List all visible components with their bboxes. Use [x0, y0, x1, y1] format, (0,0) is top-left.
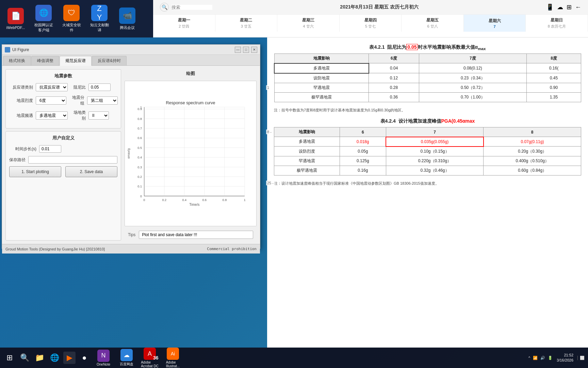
tips-bar: Tips	[125, 229, 257, 241]
doc-table1-header-0: 地震影响	[274, 53, 369, 63]
hx-security-icon: 🛡	[63, 5, 80, 21]
num-indicator-25: 25 -	[266, 181, 275, 185]
cal-day-tue[interactable]: 星期二 3 廿五	[215, 15, 278, 32]
ui-figure-window: UI Figure — □ ✕ 格式转换 峰值调整 规范反应谱 反应谱&持时 地…	[2, 44, 260, 249]
desktop-icon-iwebpdf[interactable]: 📄 iWebPDF...	[3, 6, 28, 31]
taskbar-baiduyun[interactable]: ☁ 百度网盘	[116, 348, 137, 368]
plot-area: Response spectrum curve	[125, 81, 257, 226]
cloud-icon[interactable]: ☁	[557, 3, 563, 11]
status-left: Groud Motion Tools (Designed by GuangJie…	[5, 247, 105, 251]
cal-day-fri[interactable]: 星期五 6 廿八	[402, 15, 464, 32]
cal-day-mon-num: 2 廿四	[179, 24, 189, 29]
grid-icon[interactable]: ⊞	[567, 3, 572, 11]
clock-time: 21:52	[557, 353, 573, 358]
taskbar-chrome-button[interactable]: ●	[78, 352, 91, 364]
cal-day-sun[interactable]: 星期日 8 农历七月	[526, 15, 588, 32]
campus-net-icon: 🌐	[35, 5, 52, 21]
cal-day-fri-num: 6 廿八	[427, 24, 438, 29]
titlebar-left: UI Figure	[5, 47, 29, 52]
tray-battery-icon[interactable]: 🔋	[548, 356, 553, 360]
spectrum-type-select[interactable]: 抗震反应谱 隔震反应谱	[36, 83, 68, 91]
save-data-button[interactable]: 2. Save data	[65, 166, 117, 177]
show-desktop-button[interactable]: ⬜	[577, 356, 585, 360]
spectrum-type-label: 反应谱类别	[9, 85, 33, 90]
maximize-button[interactable]: □	[243, 47, 249, 53]
taskbar-files-button[interactable]: 📁	[33, 352, 46, 364]
site-class-select[interactable]: I0 I1 II III IV	[88, 111, 109, 120]
cal-day-fri-name: 星期五	[426, 17, 439, 23]
tray-volume-icon[interactable]: 🔊	[540, 356, 545, 360]
status-bar: Groud Motion Tools (Designed by GuangJie…	[2, 244, 260, 254]
earthquake-freq-select[interactable]: 多遇地震 设防地震 罕遇地震 极罕遇地震	[36, 111, 68, 120]
cal-day-mon[interactable]: 星期一 2 廿四	[153, 15, 215, 32]
taskbar-onenote-label: OneNote	[97, 363, 110, 366]
save-path-input[interactable]	[28, 156, 117, 164]
svg-text:0.5: 0.5	[137, 146, 142, 150]
action-button-row: 1. Start plotting 2. Save data	[9, 166, 117, 177]
earthquake-freq-label: 地震频遇	[9, 113, 33, 119]
desktop-icon-tencent[interactable]: 📹 腾讯会议	[115, 6, 140, 32]
cal-day-sat[interactable]: 星期六 7	[464, 15, 526, 32]
damping-label: 阻尼比	[70, 85, 86, 90]
svg-text:Time/s: Time/s	[189, 203, 199, 206]
svg-text:1: 1	[140, 106, 142, 109]
minimize-button[interactable]: —	[235, 47, 241, 53]
user-define-title: 用户自定义	[9, 135, 117, 141]
mobile-icon[interactable]: 📱	[546, 3, 554, 11]
doc-table1-header-1: 6度	[369, 53, 419, 63]
doc-table1-header-2: 7度	[419, 53, 526, 63]
doc-table1: 地震影响 6度 7度 8度 多遇地震 0.04 0.08(0.12) 0.16(…	[274, 53, 581, 102]
seismic-group-select[interactable]: 第一组 第二组 第三组	[87, 96, 118, 105]
table-row: 设防地震 0.12 0.23（0.34） 0.45	[274, 73, 581, 83]
plot-panel: 绘图 Response spectrum curve	[125, 69, 257, 241]
search-icon[interactable]: 🔍	[160, 3, 169, 12]
start-plot-button[interactable]: 1. Start plotting	[9, 166, 61, 177]
table-row: 罕遇地震 0.28 0.50（0.72） 0.90	[274, 83, 581, 92]
desktop-icon-zhiyun[interactable]: ZY 知云文献翻译	[87, 3, 112, 34]
calendar-header: 🔍 2021年8月13日 星期五 农历七月初六 📱 ☁ ⊞ ←	[153, 0, 588, 15]
desktop-icon-campus-net[interactable]: 🌐 校园网认证客户端	[31, 3, 56, 34]
taskbar-acrobat-label: Adobe Acrobat DC	[141, 361, 159, 368]
doc-table1-header-3: 8度	[526, 53, 581, 63]
tab-spectrum[interactable]: 规范反应谱	[60, 56, 92, 66]
close-button[interactable]: ✕	[251, 47, 257, 53]
taskbar-edge-button[interactable]: 🌐	[48, 352, 61, 364]
tips-message-input[interactable]	[139, 231, 253, 239]
params-title: 地震参数	[9, 73, 117, 79]
clock-date: 3/16/2026	[557, 358, 573, 363]
doc-table2-header-3: 8	[484, 127, 581, 137]
onenote-icon: N	[97, 350, 110, 362]
svg-text:0.6: 0.6	[202, 198, 207, 202]
seismic-group-label: 地震分组	[69, 95, 84, 106]
table-row: 多遇地震 0.04 0.08(0.12) 0.16(	[274, 63, 581, 73]
time-step-input[interactable]	[39, 145, 61, 153]
back-icon[interactable]: ←	[575, 4, 581, 11]
desktop-icon-iwebpdf-label: iWebPDF...	[6, 26, 25, 30]
tab-format[interactable]: 格式转换	[3, 56, 31, 65]
cal-day-wed[interactable]: 星期三 4 廿六	[277, 15, 340, 32]
svg-text:0: 0	[140, 195, 142, 198]
tab-peak[interactable]: 峰值调整	[31, 56, 59, 65]
desktop-icon-hx-security[interactable]: 🛡 火城安全软件	[59, 3, 84, 34]
tips-label: Tips	[128, 232, 135, 237]
doc-table2-header-1: 6	[340, 127, 386, 137]
damping-input[interactable]	[88, 83, 111, 91]
taskbar-illustrator[interactable]: Ai Adobe Illustrat...	[163, 346, 183, 368]
tab-response-time[interactable]: 反应谱&持时	[92, 56, 127, 65]
tray-wifi-icon[interactable]: 📶	[533, 356, 538, 360]
taskbar-search-button[interactable]: 🔍	[18, 352, 31, 364]
tab-bar: 格式转换 峰值调整 规范反应谱 反应谱&持时	[2, 55, 260, 66]
windows-start-button[interactable]: ⊞	[3, 352, 16, 364]
taskbar-onenote[interactable]: N OneNote	[93, 348, 114, 368]
cal-day-tue-name: 星期二	[240, 17, 252, 23]
intensity-select[interactable]: 6度 7度 8度 9度	[36, 96, 66, 105]
site-class-label: 场地类别	[70, 110, 86, 121]
param-row-1: 反应谱类别 抗震反应谱 隔震反应谱 阻尼比	[9, 83, 117, 91]
tray-icon-1[interactable]: ^	[528, 356, 530, 360]
svg-text:0.8: 0.8	[223, 198, 227, 202]
calendar-search-input[interactable]	[172, 5, 212, 10]
cal-day-thu[interactable]: 星期四 5 廿七	[340, 15, 402, 32]
baiduyun-icon: ☁	[120, 349, 133, 361]
svg-text:0.3: 0.3	[137, 166, 142, 169]
taskbar-matlab-button[interactable]: ▶	[63, 352, 76, 364]
